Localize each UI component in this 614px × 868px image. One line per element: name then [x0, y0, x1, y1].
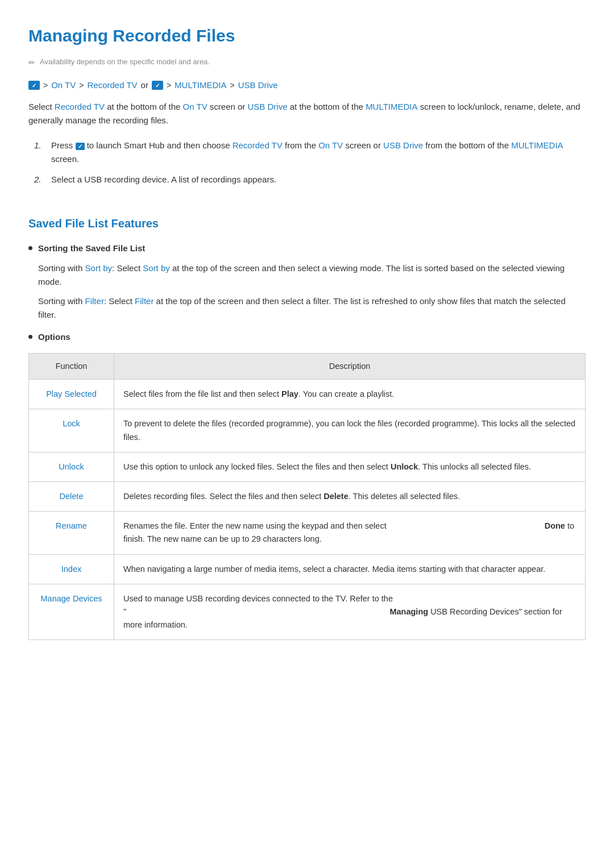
function-manage-devices: Manage Devices	[29, 584, 114, 640]
step-1-text: Press to launch Smart Hub and then choos…	[51, 139, 586, 166]
description-unlock: Use this option to unlock any locked fil…	[114, 452, 586, 481]
tv-icon-step	[76, 143, 85, 150]
pencil-icon: ✏	[28, 57, 35, 69]
options-label: Options	[38, 331, 70, 344]
description-rename: Renames the file. Enter the new name usi…	[114, 512, 586, 554]
options-table: Function Description Play Selected Selec…	[28, 353, 586, 641]
chevron-2: >	[79, 80, 84, 92]
intro-paragraph: Select Recorded TV at the bottom of the …	[28, 100, 586, 127]
availability-note: ✏ Availability depends on the specific m…	[28, 56, 586, 69]
description-play-selected: Select files from the file list and then…	[114, 380, 586, 409]
play-highlight: Play	[281, 389, 298, 398]
table-header-row: Function Description	[29, 353, 586, 380]
function-play-selected: Play Selected	[29, 380, 114, 409]
sorting-section: Sorting the Saved File List Sorting with…	[28, 242, 586, 322]
description-index: When navigating a large number of media …	[114, 554, 586, 584]
bullet-dot-options	[28, 335, 32, 339]
table-row: Unlock Use this option to unlock any loc…	[29, 452, 586, 481]
bullet-dot-sorting	[28, 246, 32, 250]
delete-highlight: Delete	[323, 492, 349, 501]
sort-by-para: Sorting with Sort by: Select Sort by at …	[38, 261, 586, 289]
breadcrumb-multimedia: MULTIMEDIA	[175, 79, 226, 92]
breadcrumb-usb-drive: USB Drive	[238, 79, 278, 92]
sorting-label: Sorting the Saved File List	[38, 242, 145, 255]
col-header-function: Function	[29, 353, 114, 380]
function-lock: Lock	[29, 409, 114, 452]
options-section: Options	[28, 331, 586, 344]
sort-by-label-1: Sort by	[85, 263, 113, 273]
table-row: Delete Deletes recording files. Select t…	[29, 482, 586, 512]
description-delete: Deletes recording files. Select the file…	[114, 482, 586, 512]
sorting-content: Sorting with Sort by: Select Sort by at …	[28, 261, 586, 322]
options-bullet: Options	[28, 331, 586, 344]
availability-text: Availability depends on the specific mod…	[40, 56, 210, 68]
page-title: Managing Recorded Files	[28, 23, 586, 48]
function-index: Index	[29, 554, 114, 584]
table-row: Rename Renames the file. Enter the new n…	[29, 512, 586, 554]
step-1-num: 1.	[34, 139, 45, 166]
intro-recorded-tv: Recorded TV	[55, 102, 105, 111]
step1-multimedia: MULTIMEDIA	[511, 140, 563, 150]
done-highlight: Done	[545, 521, 565, 530]
step-2-text: Select a USB recording device. A list of…	[51, 173, 276, 186]
description-lock: To prevent to delete the files (recorded…	[114, 409, 586, 452]
sort-by-label-2: Sort by	[143, 263, 170, 273]
description-manage-devices: Used to manage USB recording devices con…	[114, 584, 586, 640]
table-row: Play Selected Select files from the file…	[29, 380, 586, 409]
step1-usb-drive: USB Drive	[383, 140, 423, 150]
tv-icon-2	[152, 81, 163, 90]
chevron-3: >	[167, 80, 171, 92]
table-row: Lock To prevent to delete the files (rec…	[29, 409, 586, 452]
filter-label-1: Filter	[85, 296, 104, 306]
chevron-1: >	[43, 80, 48, 92]
breadcrumb: > On TV > Recorded TV or > MULTIMEDIA > …	[28, 79, 586, 92]
tv-icon-1	[28, 81, 40, 90]
col-header-description: Description	[114, 353, 586, 380]
breadcrumb-or: or	[141, 79, 148, 92]
sorting-bullet: Sorting the Saved File List	[28, 242, 586, 255]
step-2-num: 2.	[34, 173, 45, 186]
intro-usb-drive: USB Drive	[248, 102, 288, 111]
step1-on-tv: On TV	[318, 140, 343, 150]
intro-multimedia: MULTIMEDIA	[366, 102, 417, 111]
function-unlock: Unlock	[29, 452, 114, 481]
breadcrumb-recorded-tv: Recorded TV	[87, 79, 137, 92]
filter-label-2: Filter	[135, 296, 154, 306]
breadcrumb-on-tv: On TV	[51, 79, 76, 92]
unlock-highlight: Unlock	[391, 462, 418, 471]
table-row: Manage Devices Used to manage USB record…	[29, 584, 586, 640]
saved-file-section-title: Saved File List Features	[28, 203, 586, 232]
function-delete: Delete	[29, 482, 114, 512]
function-rename: Rename	[29, 512, 114, 554]
step1-recorded-tv: Recorded TV	[233, 140, 283, 150]
managing-highlight: Managing	[389, 607, 428, 616]
intro-on-tv: On TV	[183, 102, 208, 111]
step-2: 2. Select a USB recording device. A list…	[34, 173, 586, 186]
chevron-4: >	[230, 80, 235, 92]
step-1: 1. Press to launch Smart Hub and then ch…	[34, 139, 586, 166]
filter-para: Sorting with Filter: Select Filter at th…	[38, 294, 586, 322]
table-row: Index When navigating a large number of …	[29, 554, 586, 584]
steps-section: 1. Press to launch Smart Hub and then ch…	[28, 139, 586, 186]
